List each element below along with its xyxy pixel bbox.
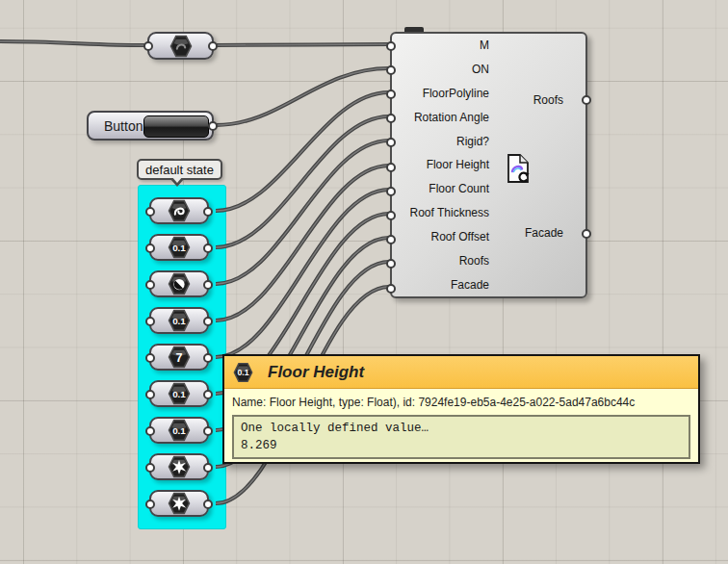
- output-label-roofs: Roofs: [533, 93, 563, 107]
- input-nub[interactable]: [145, 353, 155, 363]
- button-component[interactable]: Button: [87, 111, 214, 141]
- button-face[interactable]: [143, 115, 209, 138]
- input-nub[interactable]: [145, 317, 155, 326]
- input-nub[interactable]: [386, 235, 396, 244]
- output-nub[interactable]: [203, 317, 213, 326]
- input-nub[interactable]: [145, 207, 155, 217]
- input-nub[interactable]: [386, 114, 396, 123]
- svg-text:0.1: 0.1: [237, 368, 248, 377]
- output-nub[interactable]: [203, 390, 213, 399]
- tooltip-value-line: One locally defined value…: [241, 420, 682, 437]
- input-nub[interactable]: [386, 259, 396, 269]
- wire: [0, 41, 144, 45]
- geometry-param-icon: [167, 492, 192, 516]
- output-nub[interactable]: [582, 229, 591, 239]
- param-capsule-curve[interactable]: [149, 197, 209, 224]
- input-label-facade: Facade: [392, 272, 585, 296]
- wire: [216, 116, 389, 247]
- input-nub[interactable]: [145, 390, 155, 399]
- input-labels: M ON FloorPolyline Rotation Angle Rigid?…: [392, 34, 585, 296]
- param-tooltip: 0.1 Floor Height Name: Floor Height, typ…: [222, 354, 700, 464]
- input-label-roof-thickness: Roof Thickness: [392, 201, 585, 225]
- input-nub[interactable]: [386, 90, 396, 99]
- tooltip-value-line: 8.269: [241, 437, 682, 454]
- input-nub[interactable]: [386, 187, 396, 196]
- grasshopper-canvas[interactable]: Button default state 0.1: [0, 0, 728, 564]
- mesh-hexagon-icon: [169, 34, 194, 58]
- curve-param-icon: [167, 199, 192, 223]
- input-nub[interactable]: [386, 138, 396, 147]
- group-name-bubble[interactable]: default state: [137, 159, 222, 180]
- geometry-param-icon: [167, 455, 192, 479]
- wire: [216, 190, 389, 357]
- svg-text:0.1: 0.1: [172, 425, 186, 436]
- cluster-document-icon: [505, 153, 532, 184]
- param-capsule-number[interactable]: 0.1: [149, 234, 209, 261]
- input-label-floor-count: Floor Count: [392, 177, 585, 201]
- input-label-m: M: [392, 34, 585, 58]
- group-name-label: default state: [145, 163, 214, 177]
- boolean-param-icon: [167, 272, 192, 296]
- tooltip-header: 0.1 Floor Height: [224, 356, 698, 389]
- param-capsule-geometry[interactable]: [149, 453, 209, 480]
- output-nub[interactable]: [203, 207, 213, 217]
- param-capsule-boolean[interactable]: [149, 270, 209, 297]
- wire: [216, 166, 389, 320]
- number-param-icon: 0.1: [167, 419, 192, 443]
- param-capsule-number[interactable]: 0.1: [149, 307, 209, 334]
- input-nub[interactable]: [145, 280, 155, 290]
- number-param-icon: 0.1: [167, 309, 192, 333]
- wire: [216, 68, 389, 125]
- input-label-rigid: Rigid?: [392, 129, 585, 153]
- param-capsule-integer[interactable]: 7: [149, 344, 209, 371]
- output-nub[interactable]: [203, 500, 213, 509]
- output-nub[interactable]: [203, 280, 213, 290]
- input-nub[interactable]: [386, 41, 396, 51]
- input-nub[interactable]: [145, 426, 155, 436]
- wire: [216, 44, 389, 45]
- svg-text:7: 7: [176, 351, 183, 365]
- input-label-on: ON: [392, 58, 585, 82]
- output-nub[interactable]: [203, 463, 213, 473]
- param-capsule-geometry[interactable]: [149, 490, 209, 517]
- wires-layer: [0, 0, 728, 564]
- tooltip-value-box: One locally defined value… 8.269: [232, 415, 690, 459]
- integer-param-icon: 7: [167, 346, 192, 370]
- svg-text:0.1: 0.1: [172, 389, 186, 399]
- mesh-param-capsule[interactable]: [147, 32, 214, 60]
- input-label-floor-height: Floor Height: [392, 153, 585, 177]
- output-nub[interactable]: [208, 121, 218, 131]
- input-nub[interactable]: [386, 284, 396, 294]
- output-label-facade: Facade: [525, 226, 563, 240]
- input-nub[interactable]: [386, 65, 396, 75]
- number-param-icon: 0.1: [232, 362, 254, 383]
- tooltip-meta: Name: Floor Height, type: Float), id: 79…: [224, 389, 698, 409]
- input-nub[interactable]: [145, 463, 155, 473]
- svg-text:0.1: 0.1: [172, 316, 186, 326]
- output-nub[interactable]: [208, 41, 218, 51]
- cluster-component[interactable]: M ON FloorPolyline Rotation Angle Rigid?…: [390, 32, 587, 298]
- svg-text:0.1: 0.1: [172, 243, 186, 253]
- input-nub[interactable]: [143, 41, 153, 51]
- input-nub[interactable]: [145, 500, 155, 509]
- wire: [216, 141, 389, 284]
- input-nub[interactable]: [386, 211, 396, 220]
- input-nub[interactable]: [386, 163, 396, 172]
- tooltip-title: Floor Height: [268, 363, 364, 382]
- output-nub[interactable]: [582, 95, 591, 105]
- input-nub[interactable]: [145, 244, 155, 253]
- param-capsule-number[interactable]: 0.1: [149, 380, 209, 407]
- number-param-icon: 0.1: [167, 382, 192, 406]
- input-label-rotation-angle: Rotation Angle: [392, 105, 585, 129]
- param-capsule-number[interactable]: 0.1: [149, 417, 209, 444]
- button-label: Button: [104, 113, 143, 139]
- input-label-roofs: Roofs: [392, 248, 585, 272]
- number-param-icon: 0.1: [167, 236, 192, 260]
- wire: [216, 92, 389, 211]
- output-nub[interactable]: [203, 353, 213, 363]
- output-nub[interactable]: [203, 244, 213, 253]
- output-nub[interactable]: [203, 426, 213, 436]
